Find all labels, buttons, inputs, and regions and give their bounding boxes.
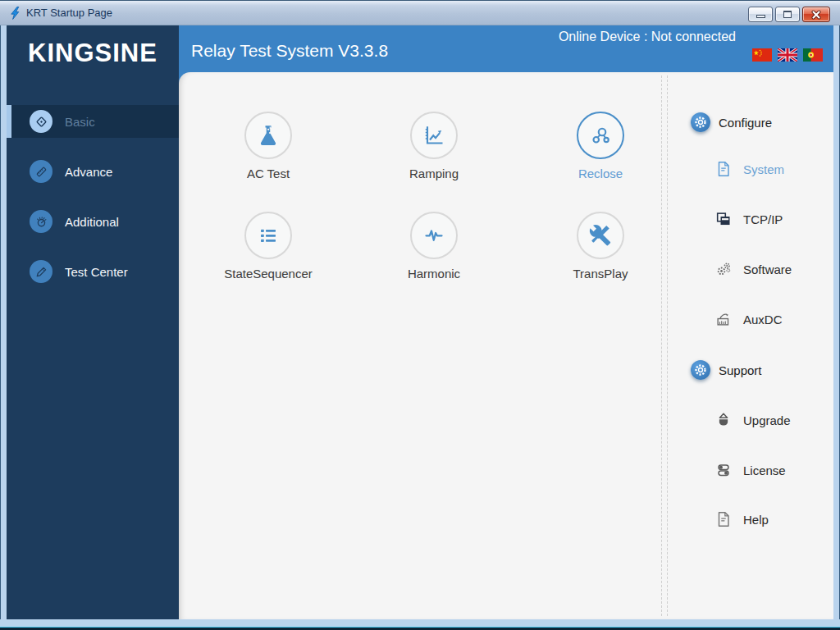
sidebar-menu: Basic Advance <box>7 105 179 305</box>
window-border-right <box>833 25 840 628</box>
window-title: KRT Startup Page <box>26 7 112 19</box>
gear-badge-icon <box>691 112 710 132</box>
header: Relay Test System V3.3.8 Online Device :… <box>179 25 833 72</box>
portugal-flag-icon[interactable] <box>803 48 823 62</box>
tile-label: TransPlay <box>573 267 628 281</box>
titlebar[interactable]: KRT Startup Page <box>0 0 840 25</box>
tile-label: Ramping <box>409 167 459 180</box>
item-software[interactable]: Software <box>714 258 792 281</box>
tile-ac-test[interactable]: AC Test <box>199 112 338 180</box>
maximize-button[interactable] <box>775 7 800 22</box>
tile-label: Reclose <box>578 167 623 180</box>
item-label: Upgrade <box>743 413 791 427</box>
group-label: Support <box>719 363 762 377</box>
config-panel: Configure System <box>671 72 833 619</box>
app-lightning-icon <box>9 7 22 20</box>
brand-logo: KINGSINE <box>7 39 179 68</box>
group-configure[interactable]: Configure <box>691 111 772 134</box>
app-window: KRT Startup Page KINGSINE <box>0 0 840 630</box>
tile-label: StateSequencer <box>224 267 313 281</box>
minimize-button[interactable] <box>748 7 773 22</box>
sidebar-item-label: Additional <box>65 215 119 229</box>
pulse-icon <box>410 212 458 259</box>
item-label: License <box>743 463 786 477</box>
sidebar-item-label: Test Center <box>65 265 128 279</box>
item-label: System <box>743 162 784 176</box>
chart-arrow-icon <box>714 310 733 328</box>
group-support[interactable]: Support <box>691 358 762 381</box>
gear-badge-icon <box>691 360 710 380</box>
app-body: KINGSINE Basic <box>7 25 833 619</box>
sidebar-item-label: Advance <box>65 165 112 179</box>
tile-state-sequencer[interactable]: StateSequencer <box>199 212 338 281</box>
item-tcpip[interactable]: TCP/IP <box>714 208 783 231</box>
tile-reclose[interactable]: Reclose <box>531 112 670 180</box>
window-border-bottom <box>0 619 840 628</box>
uk-flag-icon[interactable] <box>778 48 797 62</box>
trend-chart-icon <box>410 112 458 159</box>
gem-icon <box>30 110 52 133</box>
tile-ramping[interactable]: Ramping <box>364 112 504 180</box>
item-label: Software <box>743 262 792 276</box>
item-system[interactable]: System <box>714 158 784 180</box>
tile-transplay[interactable]: TransPlay <box>531 212 670 281</box>
sidebar: KINGSINE Basic <box>7 25 179 619</box>
upgrade-icon <box>714 411 733 429</box>
tile-label: AC Test <box>247 167 290 180</box>
ruler-icon <box>30 160 52 183</box>
toggles-icon <box>714 461 733 479</box>
minimize-icon <box>756 15 765 18</box>
panel-divider <box>667 75 668 616</box>
group-label: Configure <box>719 116 772 130</box>
item-help[interactable]: Help <box>714 508 769 531</box>
item-label: TCP/IP <box>743 212 783 226</box>
main-content: AC Test Ramping <box>179 72 833 619</box>
document-icon <box>714 160 733 178</box>
sidebar-item-basic[interactable]: Basic <box>7 105 179 138</box>
window-border-left <box>0 25 7 628</box>
drive-icon <box>714 210 733 228</box>
maximize-icon <box>783 11 792 18</box>
sidebar-item-label: Basic <box>65 115 95 129</box>
sidebar-item-test-center[interactable]: Test Center <box>7 255 179 288</box>
close-button[interactable] <box>802 7 830 22</box>
close-icon <box>811 10 821 20</box>
flask-icon <box>244 112 292 159</box>
gears-icon <box>714 260 733 278</box>
sidebar-item-additional[interactable]: Additional <box>7 205 179 238</box>
panel-divider <box>661 75 662 616</box>
tools-icon <box>577 212 624 259</box>
china-flag-icon[interactable] <box>752 48 772 62</box>
document-icon <box>714 510 733 528</box>
nodes-icon <box>577 112 624 159</box>
tile-harmonic[interactable]: Harmonic <box>364 212 504 281</box>
tile-label: Harmonic <box>408 267 460 281</box>
page-title: Relay Test System V3.3.8 <box>191 41 388 61</box>
item-license[interactable]: License <box>714 459 786 482</box>
sidebar-item-advance[interactable]: Advance <box>7 155 179 188</box>
list-icon <box>244 212 292 259</box>
gauge-icon <box>30 210 52 233</box>
pencil-icon <box>30 260 52 283</box>
window-controls <box>748 7 830 22</box>
item-upgrade[interactable]: Upgrade <box>714 409 791 431</box>
item-auxdc[interactable]: AuxDC <box>714 308 783 331</box>
online-device-status: Online Device : Not connected <box>559 30 736 44</box>
item-label: AuxDC <box>743 313 783 326</box>
item-label: Help <box>743 513 769 527</box>
language-switcher <box>752 48 823 62</box>
